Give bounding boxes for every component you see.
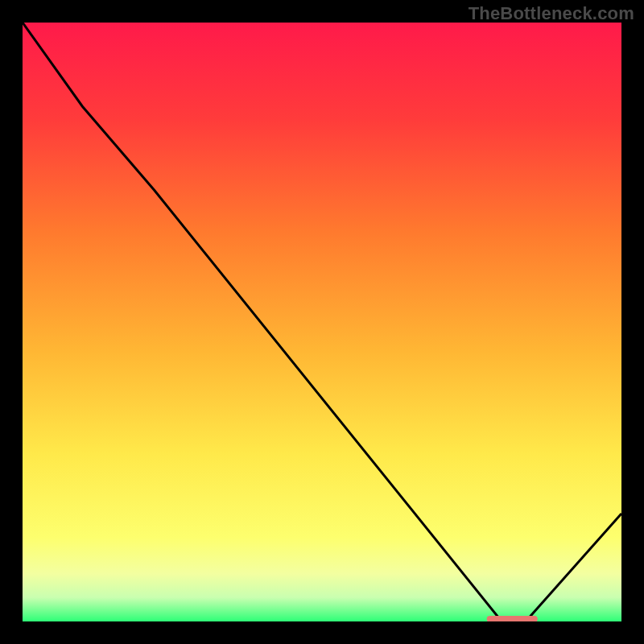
gradient-background — [23, 23, 621, 621]
watermark-text: TheBottleneck.com — [469, 3, 634, 24]
chart-svg — [23, 23, 621, 621]
plot-area — [23, 23, 621, 621]
marker-segment — [487, 616, 538, 621]
chart-container: TheBottleneck.com — [0, 0, 644, 644]
